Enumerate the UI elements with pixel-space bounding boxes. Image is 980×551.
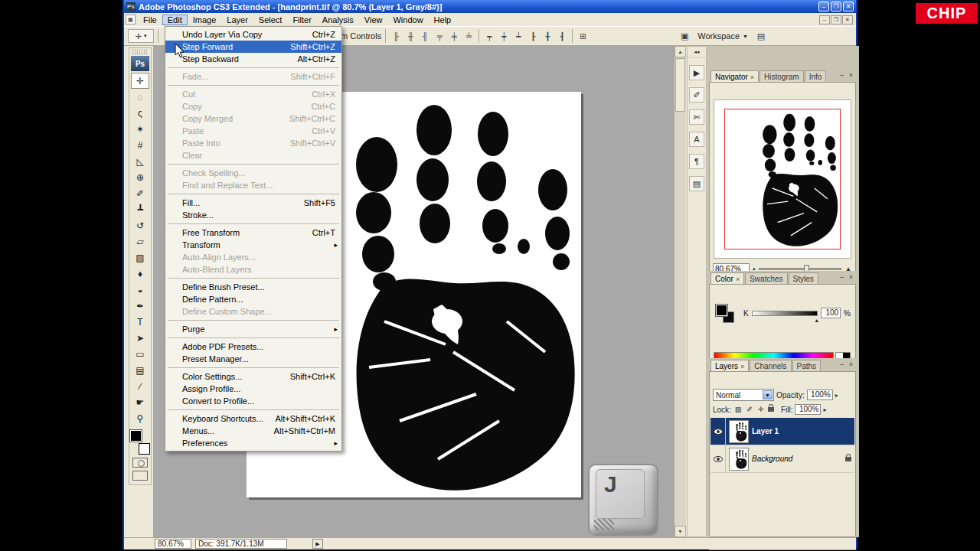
edit-menu-item-keyboard-shortcuts[interactable]: Keyboard Shortcuts...Alt+Shift+Ctrl+K [165, 412, 341, 425]
close-panel-icon[interactable]: × [848, 273, 854, 281]
menu-window[interactable]: Window [387, 15, 428, 25]
brushes-panel-icon[interactable]: ✐ [689, 87, 704, 103]
lasso-tool[interactable]: ς [131, 105, 149, 121]
marquee-tool[interactable]: ◌ [131, 89, 149, 105]
healing-brush-tool[interactable]: ⊕ [131, 169, 149, 185]
fill-spinner-icon[interactable]: ▸ [823, 406, 826, 413]
blend-mode-select[interactable]: Normal ▼ [713, 389, 774, 401]
align-bottom-edges-icon[interactable]: ╧ [462, 31, 475, 42]
background-color-swatch[interactable] [139, 443, 150, 455]
menu-analysis[interactable]: Analysis [317, 15, 359, 25]
mdi-restore-button[interactable]: ❐ [831, 15, 841, 24]
foreground-color-swatch[interactable] [716, 305, 727, 316]
brush-tool[interactable]: ✐ [131, 185, 149, 201]
palette-well-icon[interactable]: ▤ [754, 30, 768, 42]
move-tool[interactable]: ✛ [131, 73, 149, 89]
zoom-tool[interactable]: ⚲ [131, 410, 149, 426]
slice-tool[interactable]: ◺ [131, 153, 149, 169]
distribute-left-edges-icon[interactable]: ┠ [527, 31, 539, 42]
tab-close-icon[interactable]: × [750, 73, 754, 81]
opacity-spinner-icon[interactable]: ▸ [835, 392, 838, 399]
edit-menu-item-find-and-replace-text[interactable]: Find and Replace Text... [165, 179, 341, 191]
menu-layer[interactable]: Layer [221, 15, 253, 25]
hand-tool[interactable]: ☛ [131, 394, 149, 410]
lock-pixels-icon[interactable]: ✐ [745, 406, 754, 413]
mdi-close-button[interactable]: ✕ [842, 15, 853, 24]
edit-menu-item-step-backward[interactable]: Step BackwardAlt+Ctrl+Z [165, 53, 341, 65]
character-panel-icon[interactable]: A [689, 132, 704, 147]
edit-menu-item-preferences[interactable]: Preferences▸ [165, 437, 341, 449]
menu-edit[interactable]: Edit [162, 15, 188, 25]
slider-handle-icon[interactable]: ▲ [814, 318, 819, 323]
distribute-bottom-edges-icon[interactable]: ┷ [512, 31, 524, 42]
edit-menu-item-free-transform[interactable]: Free TransformCtrl+T [165, 227, 341, 239]
status-flyout-icon[interactable]: ▶ [312, 539, 323, 549]
edit-menu-item-auto-blend-layers[interactable]: Auto-Blend Layers [165, 263, 341, 276]
edit-menu-item-paste[interactable]: PasteCtrl+V [165, 125, 341, 137]
history-brush-tool[interactable]: ↺ [131, 217, 149, 233]
type-tool[interactable]: T [131, 314, 149, 330]
edit-menu-item-copy-merged[interactable]: Copy MergedShift+Ctrl+C [165, 112, 341, 125]
pen-tool[interactable]: ✒ [131, 298, 149, 314]
tab-info[interactable]: Info [805, 70, 827, 82]
edit-menu-item-define-custom-shape[interactable]: Define Custom Shape... [165, 305, 341, 318]
k-value-input[interactable]: 100 [821, 308, 841, 318]
layer-row-background[interactable]: Background [710, 445, 854, 473]
align-left-edges-icon[interactable]: ╟ [390, 31, 402, 42]
tab-histogram[interactable]: Histogram [760, 70, 804, 82]
distribute-vertical-centers-icon[interactable]: ┿ [498, 31, 510, 42]
toolbox-grip[interactable] [132, 49, 148, 54]
k-channel-slider[interactable]: ▲ [752, 311, 818, 316]
minimize-panel-icon[interactable]: ‒ [838, 71, 845, 79]
distribute-top-edges-icon[interactable]: ┯ [483, 31, 495, 42]
edit-menu-item-clear[interactable]: Clear [165, 149, 341, 161]
close-panel-icon[interactable]: × [848, 71, 854, 79]
tab-close-icon[interactable]: × [740, 363, 744, 370]
edit-menu-item-paste-into[interactable]: Paste IntoShift+Ctrl+V [165, 137, 341, 149]
auto-align-layers-icon[interactable]: ⊞ [577, 31, 589, 42]
distribute-horizontal-centers-icon[interactable]: ╂ [541, 31, 554, 42]
tab-layers[interactable]: Layers× [710, 360, 749, 371]
menu-view[interactable]: View [359, 15, 388, 25]
status-zoom-input[interactable]: 80.67% [155, 539, 191, 549]
workspace-icon[interactable]: ▣ [678, 30, 691, 42]
edit-menu-item-define-pattern[interactable]: Define Pattern... [165, 293, 341, 305]
navigator-view-box[interactable] [724, 109, 841, 249]
edit-menu-item-fill[interactable]: Fill...Shift+F5 [165, 197, 341, 209]
edit-menu-item-check-spelling[interactable]: Check Spelling... [165, 167, 341, 179]
menu-image[interactable]: Image [188, 15, 222, 25]
path-selection-tool[interactable]: ➤ [131, 330, 149, 346]
dodge-tool[interactable]: ◒ [131, 282, 149, 298]
crop-tool[interactable]: # [131, 137, 149, 153]
magic-wand-tool[interactable]: ✶ [131, 121, 149, 137]
clone-stamp-tool[interactable]: ┻ [131, 201, 149, 217]
lock-all-icon[interactable] [768, 407, 774, 412]
edit-menu-item-menus[interactable]: Menus...Alt+Shift+Ctrl+M [165, 425, 341, 437]
edit-menu-item-convert-to-profile[interactable]: Convert to Profile... [165, 395, 341, 407]
chevron-down-icon[interactable]: ▼ [763, 390, 773, 399]
vertical-scrollbar[interactable]: ▲ ▼ [674, 46, 686, 537]
title-bar[interactable]: Ps Adobe Photoshop CS3 Extended - [handp… [124, 0, 856, 13]
blur-tool[interactable]: ♦ [131, 266, 149, 282]
menu-help[interactable]: Help [429, 15, 457, 25]
edit-menu-item-undo-layer-via-copy[interactable]: Undo Layer Via CopyCtrl+Z [165, 28, 341, 41]
layer-comps-panel-icon[interactable]: ▤ [689, 176, 704, 191]
tab-navigator[interactable]: Navigator× [710, 70, 759, 82]
tab-paths[interactable]: Paths [792, 360, 822, 371]
fill-input[interactable]: 100% [795, 404, 821, 415]
edit-menu-item-assign-profile[interactable]: Assign Profile... [165, 383, 341, 395]
collapse-dock-icon[interactable]: ◂◂ [688, 47, 706, 58]
shape-tool[interactable]: ▭ [131, 346, 149, 362]
align-horizontal-centers-icon[interactable]: ╪ [448, 31, 460, 42]
edit-menu-item-copy[interactable]: CopyCtrl+C [165, 100, 341, 112]
edit-menu-item-cut[interactable]: CutCtrl+X [165, 88, 341, 100]
paragraph-panel-icon[interactable]: ¶ [689, 154, 704, 169]
align-right-edges-icon[interactable]: ╢ [419, 31, 431, 42]
edit-menu-item-auto-align-layers[interactable]: Auto-Align Layers... [165, 251, 341, 263]
opacity-input[interactable]: 100% [807, 390, 833, 400]
scrollbar-thumb[interactable] [675, 58, 685, 112]
tool-preset-picker[interactable]: ✛ ▾ [128, 29, 154, 43]
document-icon[interactable]: ▣ [126, 15, 136, 24]
edit-menu-item-adobe-pdf-presets[interactable]: Adobe PDF Presets... [165, 341, 341, 353]
edit-menu-item-color-settings[interactable]: Color Settings...Shift+Ctrl+K [165, 370, 341, 383]
